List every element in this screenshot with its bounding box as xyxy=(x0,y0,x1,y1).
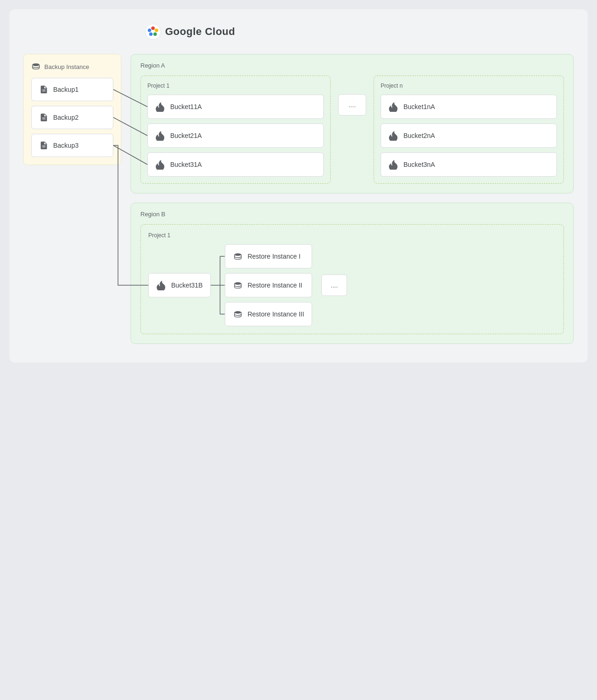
bucket2na-icon xyxy=(389,130,399,141)
bucket31b-wrapper: Bucket31B xyxy=(148,273,211,297)
region-a-dots-col: .... xyxy=(338,75,366,120)
svg-point-2 xyxy=(151,27,155,30)
main-container: Google Cloud Backup Instance xyxy=(9,9,588,363)
bucket11a-label: Bucket11A xyxy=(170,103,202,110)
backup3-label: Backup3 xyxy=(53,142,78,149)
bucket1na-label: Bucket1nA xyxy=(403,103,435,110)
region-a-label: Region A xyxy=(140,62,564,69)
svg-point-5 xyxy=(149,33,153,36)
backup-instance-icon xyxy=(31,62,41,71)
svg-point-13 xyxy=(234,254,241,256)
backup2-label: Backup2 xyxy=(53,114,78,121)
bucket31a-label: Bucket31A xyxy=(170,161,202,168)
bucket31b-label: Bucket31B xyxy=(171,281,203,289)
region-b-box: Region B Project 1 Bucket31B xyxy=(131,203,574,344)
region-a-project1-box: Project 1 Bucket11A Bucket21A xyxy=(140,75,331,184)
region-a-project1-label: Project 1 xyxy=(147,82,324,89)
bucket3na-label: Bucket3nA xyxy=(403,161,435,168)
region-a-dots-text: .... xyxy=(348,101,356,109)
svg-point-6 xyxy=(33,63,40,66)
restore-iii-icon xyxy=(233,309,243,319)
bucket21a-icon xyxy=(155,130,166,141)
restore-ii-icon xyxy=(233,280,243,290)
bucket3na-icon xyxy=(389,159,399,170)
svg-point-0 xyxy=(146,24,161,40)
restore-instance-i-item: Restore Instance I xyxy=(225,244,312,268)
restore-instance-ii-label: Restore Instance II xyxy=(248,281,303,289)
svg-point-3 xyxy=(155,28,159,32)
bucket31a-icon xyxy=(155,159,166,170)
bucket21a-label: Bucket21A xyxy=(170,132,202,139)
restore-i-icon xyxy=(233,251,243,261)
bucket31a-item: Bucket31A xyxy=(147,152,324,177)
backup-panel-header: Backup Instance xyxy=(31,62,113,71)
svg-point-14 xyxy=(234,282,241,285)
logo-text: Google Cloud xyxy=(165,26,235,38)
restore-layout: Bucket31B xyxy=(148,244,556,326)
backup3-icon xyxy=(39,141,49,150)
restore-dots-box: .... xyxy=(321,275,347,296)
backup1-icon xyxy=(39,85,49,94)
region-a-projectn-label: Project n xyxy=(381,82,557,89)
backup2-item: Backup2 xyxy=(31,106,113,129)
region-b-label: Region B xyxy=(140,211,564,218)
bucket1na-icon xyxy=(389,102,399,112)
bucket31b-item: Bucket31B xyxy=(148,273,211,297)
backup1-item: Backup1 xyxy=(31,78,113,101)
regions-container: Region A Project 1 Bucket11A xyxy=(131,54,574,344)
backup2-icon xyxy=(39,113,49,122)
restore-instance-ii-item: Restore Instance II xyxy=(225,273,312,297)
bucket31b-icon xyxy=(156,280,167,290)
google-cloud-logo-icon xyxy=(145,23,161,40)
restore-instance-i-label: Restore Instance I xyxy=(248,253,301,260)
region-b-project-box: Project 1 Bucket31B xyxy=(140,224,564,334)
restore-instances-col: Restore Instance I Restore Instance II xyxy=(225,244,312,326)
bucket1na-item: Bucket1nA xyxy=(381,95,557,119)
region-b-project-label: Project 1 xyxy=(148,232,556,239)
diagram-wrapper: Backup Instance Backup1 Backup2 xyxy=(23,54,574,344)
restore-instance-iii-label: Restore Instance III xyxy=(248,310,304,318)
backup-panel-label: Backup Instance xyxy=(44,63,89,70)
backup-instance-panel: Backup Instance Backup1 Backup2 xyxy=(23,54,121,165)
google-cloud-logo: Google Cloud xyxy=(145,23,574,40)
bucket11a-item: Bucket11A xyxy=(147,95,324,119)
restore-instance-iii-item: Restore Instance III xyxy=(225,302,312,326)
bucket2na-item: Bucket2nA xyxy=(381,124,557,148)
region-a-dots-box: .... xyxy=(338,94,366,116)
backup3-item: Backup3 xyxy=(31,134,113,157)
svg-point-15 xyxy=(234,311,241,314)
bucket3na-item: Bucket3nA xyxy=(381,152,557,177)
restore-dots-text: .... xyxy=(331,281,338,289)
svg-point-1 xyxy=(148,28,152,32)
region-a-box: Region A Project 1 Bucket11A xyxy=(131,54,574,193)
bucket21a-item: Bucket21A xyxy=(147,124,324,148)
region-a-projects-row: Project 1 Bucket11A Bucket21A xyxy=(140,75,564,184)
svg-point-4 xyxy=(153,33,157,36)
bucket11a-icon xyxy=(155,102,166,112)
bucket2na-label: Bucket2nA xyxy=(403,132,435,139)
backup1-label: Backup1 xyxy=(53,86,78,93)
region-a-projectn-box: Project n Bucket1nA Bucket2nA xyxy=(374,75,564,184)
